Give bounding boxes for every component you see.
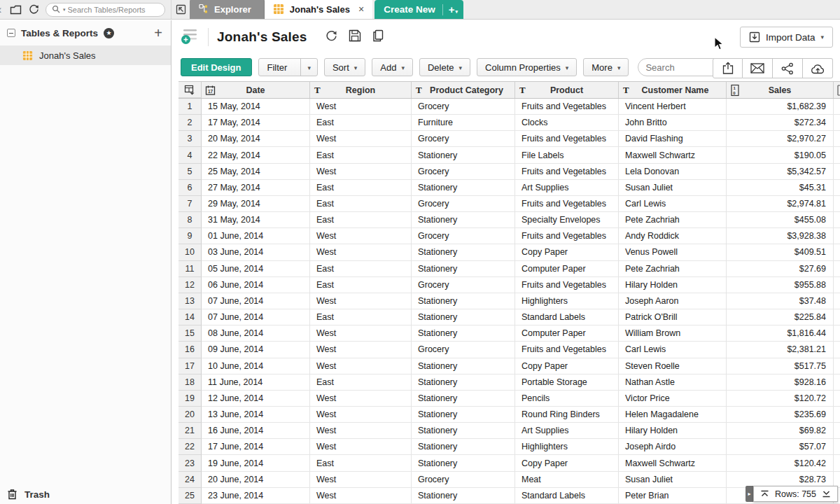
table-cell[interactable]: Highlighters xyxy=(515,293,619,309)
table-cell[interactable]: Standard Labels xyxy=(515,309,619,326)
table-cell[interactable]: 17 May, 2014 xyxy=(202,115,310,131)
table-cell[interactable]: Grocery xyxy=(412,277,515,293)
table-cell[interactable]: West xyxy=(310,228,412,244)
table-cell[interactable]: Stationery xyxy=(412,488,515,504)
column-header-date[interactable]: 17 Date xyxy=(202,82,310,98)
table-cell[interactable]: Grocery xyxy=(412,472,515,488)
table-cell[interactable]: Grocery xyxy=(412,342,515,358)
edit-design-button[interactable]: Edit Design xyxy=(181,58,252,76)
table-cell[interactable]: 07 June, 2014 xyxy=(202,293,310,309)
table-cell[interactable]: File Labels xyxy=(515,147,619,163)
row-number[interactable]: 17 xyxy=(178,358,202,374)
table-cell[interactable]: East xyxy=(310,212,412,228)
folder-icon[interactable] xyxy=(9,4,22,16)
table-cell[interactable]: Round Ring Binders xyxy=(515,407,619,423)
row-number[interactable]: 15 xyxy=(178,326,202,342)
row-number[interactable]: 13 xyxy=(178,293,202,309)
row-number[interactable]: 5 xyxy=(178,164,202,180)
create-new-plus-dropdown[interactable]: +▾ xyxy=(443,4,463,15)
row-number[interactable]: 7 xyxy=(178,196,202,212)
table-cell[interactable]: West xyxy=(310,244,412,260)
table-cell[interactable]: Victor Price xyxy=(619,391,727,407)
table-cell[interactable]: Specialty Envelopes xyxy=(515,212,619,228)
table-cell[interactable]: 05 June, 2014 xyxy=(202,261,310,277)
row-number[interactable]: 11 xyxy=(178,261,202,277)
table-cell[interactable]: $225.84 xyxy=(727,309,834,326)
table-cell[interactable]: $235.69 xyxy=(727,407,834,423)
filter-label[interactable]: Filter xyxy=(259,62,296,73)
row-number[interactable]: 25 xyxy=(178,488,202,504)
filter-button[interactable]: Filter ▾ xyxy=(258,58,318,76)
sidebar-trash[interactable]: Trash xyxy=(0,484,171,504)
table-cell[interactable]: West xyxy=(310,439,412,455)
table-cell[interactable]: $1,816.44 xyxy=(727,326,834,342)
table-cell[interactable]: David Flashing xyxy=(619,131,727,147)
table-cell[interactable]: Stationery xyxy=(412,309,515,326)
table-cell[interactable]: Furniture xyxy=(412,115,515,131)
table-cell[interactable]: 31 May, 2014 xyxy=(202,212,310,228)
table-cell[interactable]: 09 June, 2014 xyxy=(202,342,310,358)
share-button[interactable] xyxy=(773,58,803,78)
table-cell[interactable]: Andy Roddick xyxy=(619,228,727,244)
table-cell[interactable]: Hilary Holden xyxy=(619,423,727,439)
table-cell[interactable]: Pete Zachriah xyxy=(619,212,727,228)
table-cell[interactable]: $190.05 xyxy=(727,147,834,163)
table-cell[interactable]: Stationery xyxy=(412,326,515,342)
table-cell[interactable]: Hilary Holden xyxy=(619,277,727,293)
row-number[interactable]: 18 xyxy=(178,374,202,391)
table-cell[interactable]: $120.72 xyxy=(727,391,834,407)
table-cell[interactable]: $37.48 xyxy=(727,293,834,309)
table-cell[interactable]: 20 June, 2014 xyxy=(202,472,310,488)
table-cell[interactable]: $69.82 xyxy=(727,423,834,439)
table-cell[interactable]: Meat xyxy=(515,472,619,488)
table-cell[interactable]: Art Supplies xyxy=(515,423,619,439)
table-cell[interactable]: Stationery xyxy=(412,358,515,374)
table-cell[interactable]: 07 June, 2014 xyxy=(202,309,310,326)
table-cell[interactable]: Stationery xyxy=(412,244,515,260)
table-cell[interactable]: Maxwell Schwartz xyxy=(619,455,727,471)
table-cell[interactable]: Joseph Aaron xyxy=(619,293,727,309)
table-cell[interactable]: Grocery xyxy=(412,196,515,212)
table-cell[interactable]: 29 May, 2014 xyxy=(202,196,310,212)
table-cell[interactable]: Fruits and Vegetables xyxy=(515,277,619,293)
table-cell[interactable]: Stationery xyxy=(412,374,515,391)
refresh-icon[interactable] xyxy=(27,4,40,16)
table-cell[interactable]: Computer Paper xyxy=(515,326,619,342)
row-number[interactable]: 20 xyxy=(178,407,202,423)
table-cell[interactable]: Highlighters xyxy=(515,439,619,455)
row-number[interactable]: 22 xyxy=(178,439,202,455)
panel-expand-icon[interactable]: ▸ xyxy=(746,486,753,502)
table-cell[interactable]: West xyxy=(310,164,412,180)
column-header-customer-name[interactable]: T Customer Name xyxy=(619,82,727,98)
table-cell[interactable]: Copy Paper xyxy=(515,358,619,374)
column-header-region[interactable]: T Region xyxy=(310,82,412,98)
tab-close-icon[interactable]: × xyxy=(358,4,364,14)
table-cell[interactable]: Joseph Airdo xyxy=(619,439,727,455)
row-number[interactable]: 4 xyxy=(178,147,202,163)
table-cell[interactable]: East xyxy=(310,309,412,326)
table-cell[interactable]: Pencils xyxy=(515,391,619,407)
scroll-top-icon[interactable] xyxy=(760,490,769,498)
table-cell[interactable]: West xyxy=(310,423,412,439)
table-cell[interactable]: $517.75 xyxy=(727,358,834,374)
table-cell[interactable]: West xyxy=(310,488,412,504)
row-number[interactable]: 24 xyxy=(178,472,202,488)
table-cell[interactable]: East xyxy=(310,115,412,131)
sort-button[interactable]: Sort▾ xyxy=(324,58,365,76)
tab-jonahs-sales[interactable]: Jonah's Sales × xyxy=(265,0,372,19)
table-cell[interactable]: Steven Roelle xyxy=(619,358,727,374)
table-cell[interactable]: Susan Juliet xyxy=(619,472,727,488)
table-cell[interactable]: Stationery xyxy=(412,423,515,439)
table-cell[interactable]: Grocery xyxy=(412,131,515,147)
collapse-icon[interactable] xyxy=(7,29,15,37)
table-cell[interactable]: Patrick O'Brill xyxy=(619,309,727,326)
row-number[interactable]: 8 xyxy=(178,212,202,228)
table-cell[interactable]: 20 May, 2014 xyxy=(202,131,310,147)
sidebar-item-jonahs-sales[interactable]: Jonah's Sales xyxy=(0,46,171,65)
create-new-button[interactable]: Create New +▾ xyxy=(374,0,463,19)
table-cell[interactable]: William Brown xyxy=(619,326,727,342)
table-cell[interactable]: Standard Labels xyxy=(515,488,619,504)
export-button[interactable] xyxy=(713,58,743,78)
table-cell[interactable]: Carl Lewis xyxy=(619,342,727,358)
row-number[interactable]: 14 xyxy=(178,309,202,326)
